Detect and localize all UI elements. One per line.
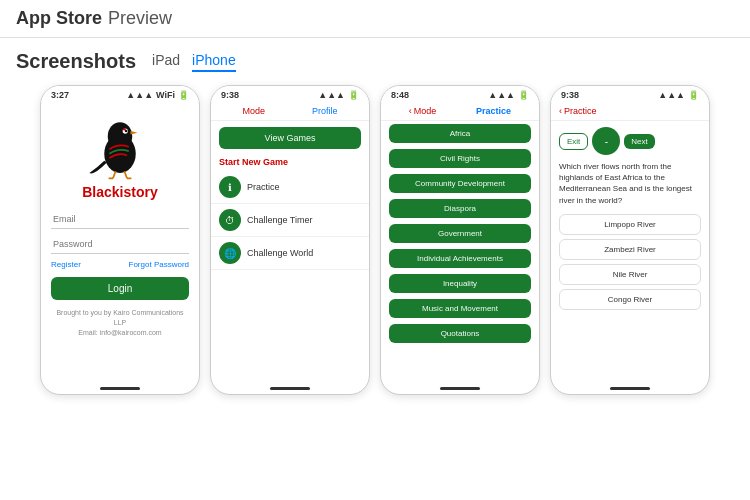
challenge-world-label: Challenge World — [247, 248, 313, 258]
next-button[interactable]: Next — [624, 134, 654, 149]
phone1-content: Blackistory Register Forgot Password Log… — [41, 102, 199, 383]
screenshots-section: Screenshots iPad iPhone 3:27 ▲▲▲ WiFi 🔋 — [0, 38, 750, 411]
status-bar-2: 9:38 ▲▲▲ 🔋 — [211, 86, 369, 102]
nav-bar-quiz: ‹ Practice — [551, 102, 709, 121]
category-government[interactable]: Government — [389, 224, 531, 243]
answer-zambezi[interactable]: Zambezi River — [559, 239, 701, 260]
phone2-content: Mode Profile View Games Start New Game ℹ… — [211, 102, 369, 383]
links-row: Register Forgot Password — [51, 260, 189, 269]
time-4: 9:38 — [561, 90, 579, 100]
category-community[interactable]: Community Development — [389, 174, 531, 193]
status-bar-1: 3:27 ▲▲▲ WiFi 🔋 — [41, 86, 199, 102]
bird-logo — [85, 110, 155, 180]
signal-icon-1: ▲▲▲ — [126, 90, 153, 100]
wifi-icon-1: WiFi — [156, 90, 175, 100]
home-indicator-2 — [270, 387, 310, 390]
nav-bar-mode: Mode Profile — [211, 102, 369, 121]
tab-bar: iPad iPhone — [152, 52, 236, 72]
tab-iphone[interactable]: iPhone — [192, 52, 236, 72]
time-3: 8:48 — [391, 90, 409, 100]
signal-4: ▲▲▲ — [658, 90, 685, 100]
status-bar-3: 8:48 ▲▲▲ 🔋 — [381, 86, 539, 102]
nav-bar-practice: ‹ Mode Practice — [381, 102, 539, 121]
practice-option[interactable]: ℹ Practice — [211, 171, 369, 204]
challenge-world-option[interactable]: 🌐 Challenge World — [211, 237, 369, 270]
quiz-controls: Exit - Next — [559, 127, 701, 155]
footer-line1: Brought to you by Kairo Communications L… — [51, 308, 189, 328]
phone3-content: ‹ Mode Practice Africa Civil Rights Comm… — [381, 102, 539, 383]
phone-practice: 8:48 ▲▲▲ 🔋 ‹ Mode Practice Africa Civil … — [380, 85, 540, 395]
forgot-link[interactable]: Forgot Password — [129, 260, 189, 269]
time-1: 3:27 — [51, 90, 69, 100]
challenge-timer-label: Challenge Timer — [247, 215, 313, 225]
answer-limpopo[interactable]: Limpopo River — [559, 214, 701, 235]
app-name: Blackistory — [82, 184, 157, 200]
signal-2: ▲▲▲ — [318, 90, 345, 100]
footer-line2: Email: info@kairocom.com — [51, 328, 189, 338]
svg-point-4 — [123, 128, 126, 131]
app-store-label: App Store — [16, 8, 102, 29]
svg-line-7 — [124, 171, 127, 178]
signal-3: ▲▲▲ — [488, 90, 515, 100]
home-indicator-1 — [100, 387, 140, 390]
tab-profile[interactable]: Profile — [312, 106, 338, 116]
phone-login: 3:27 ▲▲▲ WiFi 🔋 — [40, 85, 200, 395]
start-new-game-label: Start New Game — [211, 155, 369, 171]
home-indicator-4 — [610, 387, 650, 390]
screenshots-title-row: Screenshots iPad iPhone — [16, 50, 734, 73]
answer-nile[interactable]: Nile River — [559, 264, 701, 285]
battery-4: 🔋 — [688, 90, 699, 100]
category-quotations[interactable]: Quotations — [389, 324, 531, 343]
exit-button[interactable]: Exit — [559, 133, 588, 150]
svg-marker-5 — [131, 131, 138, 135]
battery-icon-1: 🔋 — [178, 90, 189, 100]
tab-mode[interactable]: Mode — [242, 106, 265, 116]
back-to-mode[interactable]: ‹ Mode — [409, 106, 437, 116]
home-indicator-3 — [440, 387, 480, 390]
challenge-timer-option[interactable]: ⏱ Challenge Timer — [211, 204, 369, 237]
battery-3: 🔋 — [518, 90, 529, 100]
battery-2: 🔋 — [348, 90, 359, 100]
category-individual[interactable]: Individual Achievements — [389, 249, 531, 268]
back-to-practice[interactable]: ‹ Practice — [559, 106, 597, 116]
svg-line-6 — [113, 171, 116, 178]
category-africa[interactable]: Africa — [389, 124, 531, 143]
category-civil-rights[interactable]: Civil Rights — [389, 149, 531, 168]
phone-mode: 9:38 ▲▲▲ 🔋 Mode Profile View Games Start… — [210, 85, 370, 395]
practice-label: Practice — [247, 182, 280, 192]
phones-container: 3:27 ▲▲▲ WiFi 🔋 — [16, 85, 734, 395]
question-text: Which river flows north from the highlan… — [551, 161, 709, 212]
login-button[interactable]: Login — [51, 277, 189, 300]
page-header: App Store Preview — [0, 0, 750, 38]
phone-quiz: 9:38 ▲▲▲ 🔋 ‹ Practice Exit - Next Which … — [550, 85, 710, 395]
practice-center-label: Practice — [476, 106, 511, 116]
category-diaspora[interactable]: Diaspora — [389, 199, 531, 218]
preview-label: Preview — [108, 8, 172, 29]
tab-ipad[interactable]: iPad — [152, 52, 180, 72]
view-games-button[interactable]: View Games — [219, 127, 361, 149]
category-inequality[interactable]: Inequality — [389, 274, 531, 293]
time-2: 9:38 — [221, 90, 239, 100]
progress-circle: - — [592, 127, 620, 155]
password-field[interactable] — [51, 235, 189, 254]
category-music[interactable]: Music and Movement — [389, 299, 531, 318]
email-field[interactable] — [51, 210, 189, 229]
status-bar-4: 9:38 ▲▲▲ 🔋 — [551, 86, 709, 102]
phone4-content: ‹ Practice Exit - Next Which river flows… — [551, 102, 709, 383]
register-link[interactable]: Register — [51, 260, 81, 269]
answer-congo[interactable]: Congo River — [559, 289, 701, 310]
screenshots-title: Screenshots — [16, 50, 136, 73]
